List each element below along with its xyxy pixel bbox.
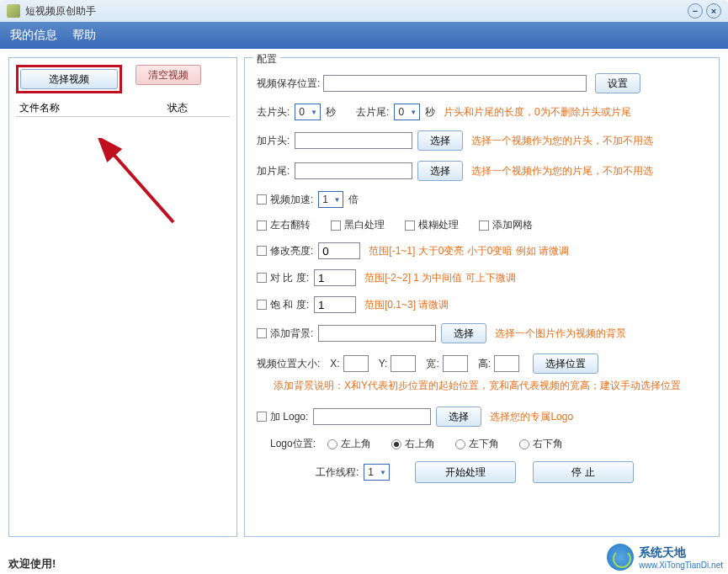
app-title: 短视频原创助手	[25, 4, 688, 19]
pos-w-input[interactable]	[443, 355, 468, 372]
bg-hint: 选择一个图片作为视频的背景	[495, 327, 626, 341]
logo-hint: 选择您的专属Logo	[490, 410, 573, 424]
flip-label: 左右翻转	[270, 218, 311, 232]
menubar: 我的信息 帮助	[0, 22, 728, 49]
logo-tl-label: 左上角	[341, 438, 371, 449]
add-tail-label: 加片尾:	[257, 164, 290, 178]
speed-unit: 倍	[348, 193, 359, 207]
contrast-checkbox[interactable]	[257, 273, 267, 283]
file-table-header: 文件名称 状态	[16, 100, 230, 117]
add-tail-input[interactable]	[295, 162, 412, 179]
threads-label: 工作线程:	[316, 465, 359, 480]
save-path-input[interactable]	[323, 75, 587, 92]
left-panel: 选择视频 清空视频 文件名称 状态	[8, 57, 237, 537]
blur-label: 模糊处理	[418, 218, 459, 232]
pos-y-input[interactable]	[391, 355, 416, 372]
minimize-button[interactable]: −	[688, 3, 703, 19]
add-head-choose[interactable]: 选择	[417, 130, 463, 151]
welcome-text: 欢迎使用!	[8, 556, 56, 571]
brightness-hint: 范围[-1~1] 大于0变亮 小于0变暗 例如 请微调	[369, 244, 569, 258]
menu-my-info[interactable]: 我的信息	[10, 28, 57, 43]
logo-pos-label: Logo位置:	[270, 437, 316, 451]
logo-input[interactable]	[313, 408, 431, 425]
select-video-highlight: 选择视频	[16, 65, 122, 93]
choose-pos-button[interactable]: 选择位置	[533, 353, 598, 374]
speed-checkbox[interactable]	[257, 194, 267, 205]
logo-tr-label: 右上角	[405, 438, 435, 449]
col-filename: 文件名称	[16, 101, 167, 115]
speed-label: 视频加速:	[270, 193, 313, 207]
left-buttons: 选择视频 清空视频	[16, 65, 230, 93]
logo-bl-label: 左下角	[469, 438, 499, 449]
clear-video-button[interactable]: 清空视频	[136, 65, 201, 85]
logo-br-radio[interactable]	[519, 439, 529, 449]
pos-y-label: Y:	[379, 358, 388, 369]
speed-select[interactable]: 1	[318, 191, 343, 208]
watermark-url: www.XiTongTianDi.net	[639, 561, 723, 570]
logo-choose[interactable]: 选择	[436, 407, 481, 427]
trim-head-label: 去片头:	[257, 105, 290, 120]
brightness-input[interactable]	[318, 242, 360, 259]
add-head-label: 加片头:	[257, 134, 290, 148]
pos-x-label: X:	[330, 358, 339, 369]
bg-note: 添加背景说明：X和Y代表初步位置的起始位置，宽和高代表视频的宽高；建议手动选择位…	[274, 379, 681, 393]
start-button[interactable]: 开始处理	[415, 461, 516, 483]
contrast-hint: 范围[-2~2] 1 为中间值 可上下微调	[364, 271, 516, 285]
bw-label: 黑白处理	[344, 218, 385, 232]
trim-head-select[interactable]: 0	[295, 104, 321, 120]
col-status: 状态	[167, 101, 230, 115]
logo-tr-radio[interactable]	[391, 439, 401, 449]
logo-bl-radio[interactable]	[455, 439, 465, 449]
config-title: 配置	[253, 52, 280, 66]
brightness-checkbox[interactable]	[257, 246, 267, 256]
add-head-hint: 选择一个视频作为您的片头，不加不用选	[471, 134, 653, 148]
annotation-arrow	[98, 138, 199, 239]
contrast-input[interactable]	[314, 269, 356, 286]
config-panel: 配置 视频保存位置: 设置 去片头: 0 秒 去片尾: 0 秒 片头和片尾的长度…	[244, 57, 720, 537]
logo-label: 加 Logo:	[270, 410, 308, 424]
flip-checkbox[interactable]	[257, 221, 267, 231]
threads-select[interactable]: 1	[364, 464, 390, 481]
window-controls: − ×	[688, 3, 721, 19]
pos-h-label: 高:	[478, 357, 491, 371]
save-path-label: 视频保存位置:	[257, 77, 320, 91]
trim-tail-label: 去片尾:	[356, 105, 389, 120]
grid-checkbox[interactable]	[479, 221, 489, 231]
saturation-checkbox[interactable]	[257, 300, 267, 310]
logo-tl-radio[interactable]	[327, 439, 337, 449]
pos-w-label: 宽:	[426, 357, 438, 371]
bg-input[interactable]	[318, 325, 436, 342]
bg-checkbox[interactable]	[257, 328, 267, 338]
watermark-icon	[607, 544, 634, 571]
pos-x-input[interactable]	[343, 355, 369, 372]
logo-checkbox[interactable]	[257, 412, 267, 422]
select-video-button[interactable]: 选择视频	[20, 69, 118, 89]
app-icon	[7, 4, 20, 18]
set-button[interactable]: 设置	[595, 73, 640, 93]
bw-checkbox[interactable]	[331, 221, 341, 231]
saturation-label: 饱 和 度:	[270, 298, 309, 312]
saturation-hint: 范围[0.1~3] 请微调	[364, 298, 449, 312]
logo-br-label: 右下角	[533, 438, 563, 449]
titlebar: 短视频原创助手 − ×	[0, 0, 728, 22]
add-head-input[interactable]	[295, 132, 412, 149]
contrast-label: 对 比 度:	[270, 271, 309, 285]
trim-head-unit: 秒	[326, 105, 336, 120]
trim-hint: 片头和片尾的长度，0为不删除片头或片尾	[444, 105, 631, 120]
watermark: 系统天地 www.XiTongTianDi.net	[607, 544, 723, 571]
bg-label: 添加背景:	[270, 327, 313, 341]
add-tail-choose[interactable]: 选择	[417, 161, 463, 181]
menu-help[interactable]: 帮助	[72, 28, 96, 43]
add-tail-hint: 选择一个视频作为您的片尾，不加不用选	[471, 164, 653, 178]
close-button[interactable]: ×	[706, 3, 721, 19]
blur-checkbox[interactable]	[405, 221, 415, 231]
pos-h-input[interactable]	[494, 355, 519, 372]
pos-label: 视频位置大小:	[257, 357, 320, 371]
grid-label: 添加网格	[492, 218, 533, 232]
main-area: 选择视频 清空视频 文件名称 状态 配置 视频保存位置: 设置 去片头: 0 秒	[0, 49, 728, 545]
brightness-label: 修改亮度:	[270, 244, 313, 258]
saturation-input[interactable]	[314, 296, 356, 313]
stop-button[interactable]: 停 止	[533, 461, 634, 483]
bg-choose[interactable]: 选择	[441, 323, 486, 343]
trim-tail-select[interactable]: 0	[394, 104, 420, 120]
